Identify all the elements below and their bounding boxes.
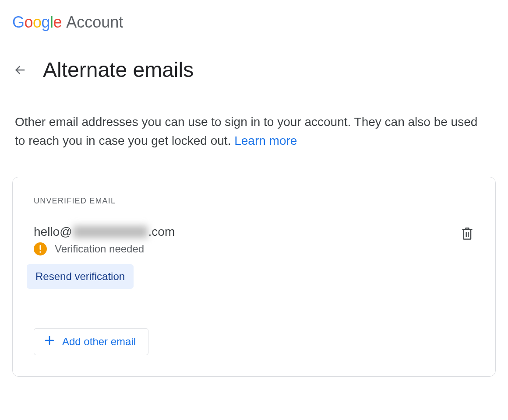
plus-icon — [44, 335, 55, 349]
product-name: Account — [66, 13, 123, 32]
svg-rect-1 — [40, 245, 41, 250]
back-arrow-icon[interactable] — [12, 62, 28, 78]
page-description: Other email addresses you can use to sig… — [15, 112, 488, 150]
page-title: Alternate emails — [43, 58, 194, 82]
status-text: Verification needed — [55, 243, 144, 255]
email-suffix: .com — [148, 225, 175, 239]
google-logo: G o o g l e — [12, 13, 62, 32]
email-prefix: hello@ — [34, 225, 72, 239]
email-address: hello@ .com — [34, 225, 459, 239]
branding-header: G o o g l e Account — [12, 13, 496, 32]
redacted-domain — [73, 226, 148, 238]
email-row: hello@ .com Verification needed Resend v… — [34, 225, 476, 289]
resend-verification-button[interactable]: Resend verification — [27, 264, 134, 289]
warning-icon — [34, 242, 47, 256]
delete-email-button[interactable] — [459, 225, 476, 242]
emails-card: UNVERIFIED EMAIL hello@ .com Verificatio… — [12, 177, 496, 377]
svg-point-2 — [39, 251, 41, 253]
add-other-email-button[interactable]: Add other email — [34, 328, 148, 355]
learn-more-link[interactable]: Learn more — [234, 134, 297, 147]
section-label: UNVERIFIED EMAIL — [34, 196, 476, 206]
add-other-email-label: Add other email — [62, 336, 136, 348]
